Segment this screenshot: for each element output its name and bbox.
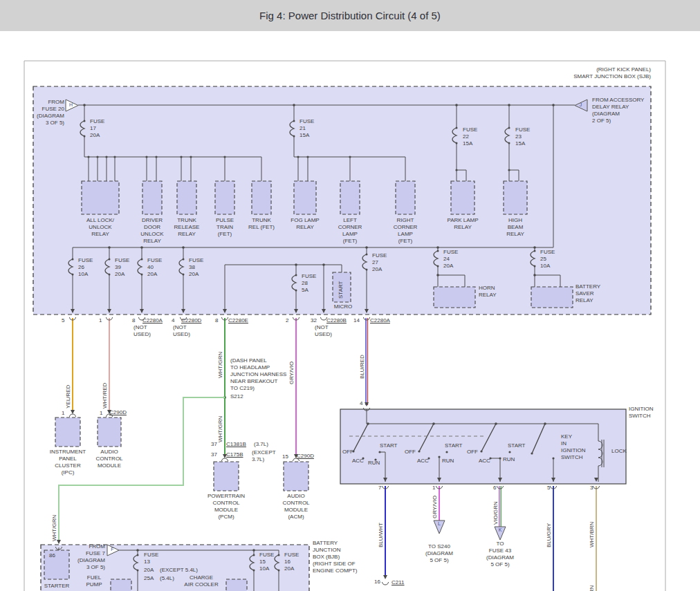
ignition-pin-4: 4 bbox=[360, 400, 362, 407]
wire-label-blu-wht: BLU/WHT bbox=[378, 523, 385, 547]
splice-s212: S212 bbox=[230, 393, 243, 400]
micro-label: MICRO bbox=[330, 303, 356, 310]
fuse-13-amp-a: 20A bbox=[144, 567, 154, 574]
ign-run-1: RUN bbox=[368, 460, 380, 467]
fuse-23-label: FUSE 23 15A bbox=[515, 126, 530, 147]
wire-label-wht-brn: WHT/BRN bbox=[589, 522, 596, 547]
relay-horn-label: HORN RELAY bbox=[479, 285, 497, 299]
ign-off-3: OFF bbox=[467, 449, 478, 456]
pin-1: 1 bbox=[99, 317, 102, 324]
start-switch-label: START bbox=[338, 281, 344, 299]
ign-run-2: RUN bbox=[442, 458, 454, 465]
ign-acc-3: ACC bbox=[479, 458, 490, 465]
not-used-2: (NOT USED) bbox=[173, 324, 190, 338]
to-fuse43-label: TO FUSE 43 (DIAGRAM 5 OF 5) bbox=[480, 541, 520, 568]
fuse-25-label: FUSE 25 10A bbox=[540, 249, 555, 270]
wire-label-vio-grn: VIO/GRN bbox=[492, 501, 499, 525]
acm-conn: C290D bbox=[109, 409, 127, 416]
fuse-13-amp-a-note: (EXCEPT 5.4L) bbox=[160, 567, 198, 574]
c211-conn: C211 bbox=[392, 579, 405, 586]
pin-14: 14 bbox=[353, 317, 360, 324]
lock-label: LOCK bbox=[611, 448, 627, 455]
from-fuse7-label: FROM FUSE 7 (DIAGRAM 3 OF 5) bbox=[70, 543, 105, 571]
fuse-22-label: FUSE 22 15A bbox=[463, 126, 477, 147]
fuse-21-label: FUSE 21 15A bbox=[300, 118, 314, 139]
wire-label-gry-vio-1: GRY/VIO bbox=[288, 362, 295, 384]
pin-5: 5 bbox=[62, 317, 64, 324]
pcm-pin-b: 37 bbox=[211, 451, 217, 458]
triangle-k-letter: K bbox=[495, 527, 505, 532]
wire-label-wht-red: WHT/RED bbox=[102, 383, 109, 409]
acm2-pin: 15 bbox=[282, 453, 288, 460]
fuse-17-label: FUSE 17 20A bbox=[90, 118, 104, 139]
triangle-j-letter: J bbox=[576, 102, 585, 107]
starter-label: STARTER bbox=[39, 583, 74, 590]
conn-c2280e: C2280E bbox=[228, 317, 248, 324]
ign-pin-3: 3 bbox=[590, 485, 593, 491]
wire-label-yel-red: YEL/RED bbox=[65, 385, 72, 409]
fet-trunk-rel-label: TRUNK REL (FET) bbox=[239, 217, 284, 231]
wire-label-blu-gry: BLU/GRY bbox=[546, 523, 553, 547]
ign-pin-7: 7 bbox=[378, 485, 381, 491]
fet-right-corner-label: RIGHT CORNER LAMP (FET) bbox=[385, 217, 426, 245]
pcm-pin-a: 37 bbox=[211, 441, 217, 448]
triangle-l-letter: L bbox=[434, 521, 444, 526]
ign-off-1: OFF bbox=[342, 449, 353, 456]
ign-start-1: START bbox=[380, 442, 397, 449]
from-accessory-label: FROM ACCESSORY DELAY RELAY (DIAGRAM 2 OF… bbox=[592, 97, 644, 124]
ign-pin-6: 6 bbox=[493, 485, 496, 491]
acm-pin: 1 bbox=[100, 410, 102, 417]
pin-2: 2 bbox=[286, 317, 288, 324]
pin-4: 4 bbox=[172, 317, 174, 324]
wire-label-wht-grn-3: WHT/GRN bbox=[51, 515, 58, 541]
relay-trunk-release-label: TRUNK RELEASE RELAY bbox=[166, 217, 208, 238]
wire-label-gry-vio-2: GRY/VIO bbox=[432, 496, 439, 518]
not-used-1: (NOT USED) bbox=[133, 324, 151, 338]
wire-label-wht-grn-2: WHT/GRN bbox=[217, 416, 224, 442]
not-used-3: (NOT USED) bbox=[315, 324, 332, 338]
fuse-13-amp-b-note: (5.4L) bbox=[160, 575, 174, 582]
fuse-27-label: FUSE 27 20A bbox=[372, 252, 387, 273]
relay-park-label: PARK LAMP RELAY bbox=[439, 217, 486, 231]
bjb-header: BATTERY JUNCTION BOX (BJB) (RIGHT SIDE O… bbox=[313, 540, 357, 574]
fuel-pump-label: FUEL PUMP bbox=[80, 574, 108, 588]
pin-32: 32 bbox=[311, 317, 317, 324]
triangle-h-letter: H bbox=[66, 102, 75, 107]
ipc-name: INSTRUMENT PANEL CLUSTER (IPC) bbox=[44, 449, 92, 476]
acm2-name: AUDIO CONTROL MODULE (ACM) bbox=[272, 493, 320, 520]
fuse-28-label: FUSE 28 5A bbox=[302, 273, 316, 294]
ign-start-3: START bbox=[508, 442, 525, 449]
wire-label-blu-red: BLU/RED bbox=[359, 355, 366, 379]
sjb-header: (RIGHT KICK PANEL) SMART JUNCTION BOX (S… bbox=[495, 66, 651, 80]
pin-8a: 8 bbox=[132, 317, 135, 324]
fuse-16-label: FUSE 16 20A bbox=[284, 552, 299, 572]
wire-label-wht-brn-2: WHT/BRN bbox=[589, 585, 596, 591]
acm-name: AUDIO CONTROL MODULE bbox=[88, 449, 131, 469]
ignition-switch-name: IGNITION SWITCH bbox=[629, 406, 654, 420]
fuse-38-label: FUSE 38 20A bbox=[189, 257, 203, 278]
conn-c2280a: C2280A bbox=[142, 317, 163, 324]
pcm-conn-a: C1381B bbox=[226, 441, 246, 448]
to-s240-label: TO S240 (DIAGRAM 5 OF 5) bbox=[418, 543, 460, 564]
fuse-13-amp-b: 25A bbox=[144, 575, 154, 582]
conn-c2280b: C2280B bbox=[326, 317, 347, 324]
conn-c2280d: C2280D bbox=[181, 317, 201, 324]
from-fuse20-label: FROM FUSE 20 (DIAGRAM 3 OF 5) bbox=[30, 99, 64, 126]
pcm-variant-b: (EXCEPT 3.7L) bbox=[252, 449, 276, 463]
triangle-f-letter: F bbox=[108, 547, 117, 552]
fuse-13-label: FUSE 13 bbox=[144, 552, 158, 565]
ign-start-2: START bbox=[445, 442, 462, 449]
ign-pin-1: 1 bbox=[432, 485, 435, 491]
ign-pin-5: 5 bbox=[547, 485, 550, 491]
relay-high-beam-label: HIGH BEAM RELAY bbox=[495, 217, 536, 238]
fuse-24-label: FUSE 24 20A bbox=[443, 249, 458, 270]
fet-left-corner-label: LEFT CORNER LAMP (FET) bbox=[329, 217, 371, 245]
ign-off-2: OFF bbox=[405, 449, 416, 456]
wire-label-wht-grn-1: WHT/GRN bbox=[217, 352, 224, 378]
fuse-15-label: FUSE 15 10A bbox=[259, 552, 274, 572]
conn-c2280a-2: C2280A bbox=[370, 317, 390, 324]
ign-acc-1: ACC bbox=[352, 458, 364, 465]
pcm-variant-a: (3.7L) bbox=[254, 441, 268, 448]
relay-all-lock-label: ALL LOCK/ UNLOCK RELAY bbox=[75, 217, 126, 238]
pin-86: 86 bbox=[49, 552, 55, 559]
